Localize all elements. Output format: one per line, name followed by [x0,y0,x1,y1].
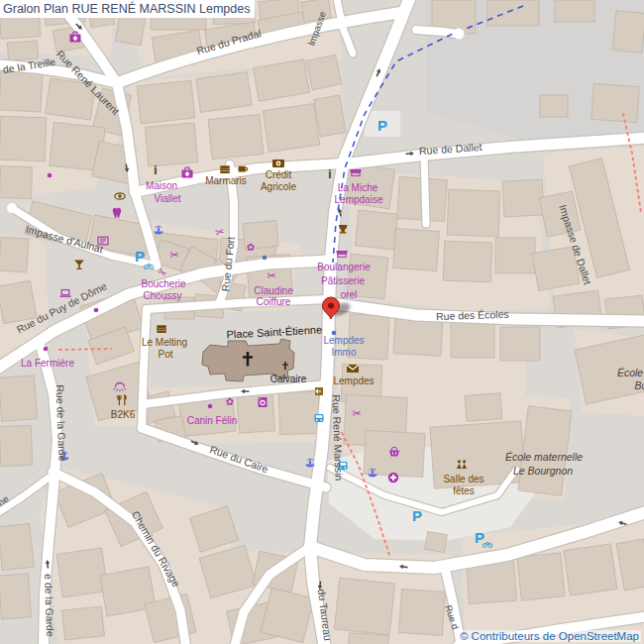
building [56,548,108,597]
building [0,574,31,619]
poi-label: Pâtisserie [321,275,365,286]
building [7,41,38,60]
dead-end-circle [454,29,465,40]
florist-icon [247,242,255,253]
poi-label: La Miche [338,182,378,193]
building [500,327,540,361]
poi-dot-icon [44,347,49,352]
poi-label: Canin Félin [187,415,238,426]
poi-label: Agricole [261,181,297,192]
building [263,104,319,153]
osm-attribution-link[interactable]: © Contributeurs de OpenStreetMap [458,630,641,642]
information-icon [154,163,157,177]
post-office-icon [347,365,359,373]
school-label: Le Bourgnon [513,465,573,477]
place-label-square: Place Saint-Étienne [226,323,322,340]
place-label-calvaire: Calvaire [270,374,307,384]
poi-label: Boulangerie [317,262,371,272]
building [612,11,644,54]
bus-stop-icon [315,414,324,422]
building [0,425,33,466]
building [62,606,105,640]
optician-icon [115,193,125,199]
building [334,578,394,635]
parking-icon [377,117,387,134]
information-icon [328,167,331,181]
entrance-icon [315,387,323,395]
map-canvas[interactable]: i P ✂ ✿ [0,0,644,644]
hairdresser-icon [352,407,361,419]
building [465,393,502,421]
street-label-ecoles: Rue des Écoles [436,308,509,323]
florist-icon [226,396,234,407]
building [495,238,535,273]
poi-dot-icon [48,173,53,178]
building [0,376,37,421]
hairdresser-icon [169,249,178,261]
building [0,523,34,570]
school-label: École maternelle [505,451,583,463]
building [502,179,544,217]
poi-label: Salle des [443,474,483,484]
building [355,210,398,250]
building [196,72,252,113]
poi-label: Choussy [144,290,182,301]
poi-label: orel [341,289,358,300]
building [591,83,639,122]
parking-icon [135,248,145,265]
building [306,54,342,90]
fast-food-icon [220,165,230,173]
building [0,70,43,112]
poi-label: Claudine [254,285,293,296]
building [0,116,47,161]
page-title: Gralon Plan RUE RENÉ MARSSIN Lempdes [0,0,255,18]
building [0,165,33,198]
bank-icon [272,160,284,167]
poi-label: Viallet [154,193,180,204]
laundry-icon [259,397,268,407]
poi-label: Lempdes [333,376,374,386]
pharmacy-icon [388,473,398,483]
poi-label: Marmaris [205,175,247,186]
poi-label: Lempdaise [335,194,383,205]
building [137,80,195,124]
building [278,391,319,434]
road-ne-stub [416,30,457,34]
map-svg: i P ✂ ✿ [0,0,644,644]
building [443,241,491,282]
parking-icon [475,529,484,546]
poi-label: La Fermière [21,358,74,369]
building [451,322,494,358]
poi-label: Maison [146,180,177,191]
poi-dot-icon [94,308,99,313]
building [399,590,446,636]
building [555,0,594,22]
road-dallet-stub [424,153,426,224]
poi-label: Lempdes [323,335,364,346]
building [447,189,500,237]
building [487,0,539,26]
building [145,123,197,166]
dentist-icon [113,208,121,218]
poi-label: Boucherie [141,278,185,289]
building [564,544,617,595]
road-place-west [142,309,147,428]
building [540,95,568,117]
poi-label: fêtes [453,485,475,496]
poi-label: Immo [332,347,357,358]
parking-icon [412,507,422,524]
dead-end-circle [7,203,17,213]
poi-label: B2K6 [111,409,136,420]
shop-awning-icon [337,251,348,257]
poi-label: Pot [158,349,172,360]
building [425,531,448,552]
poi-label: Crédit [266,169,292,180]
poi-label: Coiffure [257,296,291,307]
hairdresser-icon [267,269,275,281]
bar-icon [74,260,84,269]
poi-dot-icon [208,404,213,409]
poi-label: Le Melting [142,337,187,348]
building [517,553,565,600]
office-dot-icon [263,256,268,261]
building [393,229,440,271]
